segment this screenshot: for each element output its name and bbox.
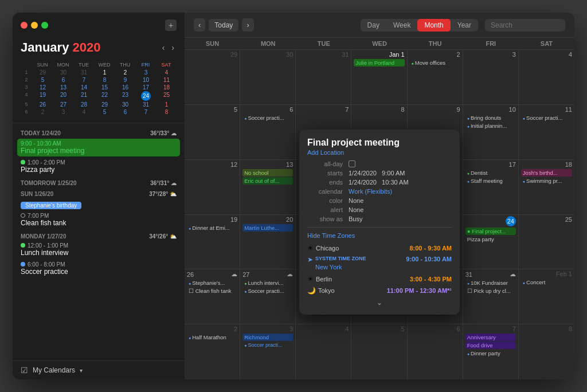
cell-feb2[interactable]: 2 Half Marathon	[185, 324, 240, 379]
event-detail-popup[interactable]: Final project meeting Add Location all-d…	[299, 130, 460, 315]
event-final-project-cal[interactable]: ● Final project...	[465, 228, 516, 235]
event-richmond[interactable]: Richmond	[242, 334, 293, 341]
event-lunch-interview[interactable]: 12:00 - 1:00 PM Lunch interview	[17, 241, 180, 258]
popup-color-row: color None	[307, 197, 452, 204]
next-month-button[interactable]: ›	[169, 42, 177, 53]
cell-feb6[interactable]: 6	[408, 324, 463, 379]
stephanie-birthday[interactable]: Stephanie's birthday	[17, 198, 180, 211]
cell-dec30[interactable]: 30	[240, 50, 296, 104]
cell-feb3[interactable]: 3 Richmond Soccer practi...	[240, 324, 296, 379]
cell-jan11[interactable]: 11 Soccer practi...	[519, 105, 574, 159]
month-nav[interactable]: ‹ ›	[160, 42, 177, 53]
cell-jan2[interactable]: 2 Move offices	[408, 50, 463, 104]
event-dinner-emi[interactable]: Dinner at Emi...	[187, 224, 237, 232]
close-button[interactable]	[21, 22, 28, 29]
cell-jan20[interactable]: 20 Martin Luthe...	[240, 215, 296, 269]
event-half-marathon[interactable]: Half Marathon	[187, 334, 237, 341]
cell-jan4[interactable]: 4	[519, 50, 574, 104]
event-bring-donuts[interactable]: Bring donuts	[465, 114, 516, 121]
view-switcher: Day Week Month Year	[361, 19, 478, 32]
cell-jan3[interactable]: 3	[463, 50, 519, 104]
cell-jan10[interactable]: 10 Bring donuts Initial plannin...	[463, 105, 519, 159]
month-view-button[interactable]: Month	[417, 19, 450, 32]
event-soccer-practi-6[interactable]: Soccer practi...	[242, 342, 293, 348]
cell-feb8[interactable]: 8	[519, 324, 574, 379]
location-icon: ➤	[307, 256, 313, 264]
event-final-project[interactable]: 9:00 - 10:30 AM Final project meeting	[17, 139, 180, 156]
cell-jan25[interactable]: 25	[519, 215, 574, 269]
popup-divider	[307, 227, 452, 228]
event-swimming[interactable]: Swimming pr...	[521, 177, 572, 185]
add-event-button[interactable]: +	[165, 19, 177, 31]
event-pizza-party-cal[interactable]: Pizza party	[465, 236, 516, 243]
cell-jan19[interactable]: 19 Dinner at Emi...	[185, 215, 240, 269]
allday-checkbox[interactable]	[349, 160, 355, 167]
cell-dec31[interactable]: 31	[296, 50, 351, 104]
cell-jan12[interactable]: 12	[185, 160, 240, 214]
event-joshbirthday[interactable]: Josh's birthd...	[521, 169, 572, 177]
event-initial-planning[interactable]: Initial plannin...	[465, 122, 516, 130]
minimize-button[interactable]	[31, 22, 38, 29]
prev-month-button[interactable]: ‹	[160, 42, 167, 53]
cell-jan6[interactable]: 6 Soccer practi...	[240, 105, 296, 159]
event-dentist[interactable]: Dentist	[465, 169, 516, 177]
popup-location[interactable]: Add Location	[307, 149, 452, 156]
cell-jan5[interactable]: 5	[185, 105, 240, 159]
event-pizza-party[interactable]: 1:00 - 2:00 PM Pizza party	[17, 158, 180, 175]
cell-feb7[interactable]: 7 Anniversary Food drive Dinner party	[463, 324, 519, 379]
cell-jan1[interactable]: Jan 1 Julie in Portland	[351, 50, 407, 104]
cell-jan27[interactable]: 27☁ Lunch intervi... Soccer practi...	[240, 269, 296, 324]
hide-timezones-button[interactable]: Hide Time Zones	[307, 232, 452, 239]
event-clean-fish-cal[interactable]: ☐ Clean fish tank	[187, 287, 237, 295]
cell-feb1[interactable]: Feb 1 Concert	[519, 269, 574, 324]
day-view-button[interactable]: Day	[361, 19, 386, 32]
cell-jan13[interactable]: 13 No school Eric out of of...	[240, 160, 296, 214]
scroll-down-button[interactable]: ⌄	[307, 299, 452, 307]
event-soccer-1[interactable]: Soccer practi...	[242, 114, 293, 121]
event-staff-meeting[interactable]: Staff meeting	[465, 177, 516, 185]
monday-section: MONDAY 1/27/20 34°/26° ⛅	[17, 230, 180, 241]
cell-jan31[interactable]: 31☁ 10K Fundraiser ☐ Pick up dry cl...	[463, 269, 519, 324]
year-view-button[interactable]: Year	[451, 19, 478, 32]
next-button[interactable]: ›	[242, 18, 253, 32]
event-eric-out[interactable]: Eric out of of...	[242, 177, 293, 185]
mini-cal-days-header: SUN MON TUE WED THU FRI SAT	[21, 62, 177, 68]
event-soccer-practice[interactable]: 6:00 - 8:00 PM Soccer practice	[17, 260, 180, 277]
today-button[interactable]: Today	[209, 19, 238, 32]
mini-cal-week-4: 4 19 20 21 22 23 24 25	[21, 91, 177, 101]
prev-button[interactable]: ‹	[194, 18, 205, 32]
event-clean-fish[interactable]: 7:00 PM Clean fish tank	[17, 211, 180, 229]
today-weather: 36°/33° ☁	[150, 130, 177, 136]
event-no-school[interactable]: No school	[242, 169, 293, 177]
week-view-button[interactable]: Week	[386, 19, 417, 32]
event-pickup-dry[interactable]: ☐ Pick up dry cl...	[465, 287, 516, 295]
event-move-offices[interactable]: Move offices	[410, 59, 460, 66]
cell-jan18[interactable]: 18 Josh's birthd... Swimming pr...	[519, 160, 574, 214]
cell-feb5[interactable]: 5	[351, 324, 407, 379]
traffic-lights	[21, 22, 48, 29]
cell-jan24[interactable]: 24 ● Final project... Pizza party	[463, 215, 519, 269]
event-martin-luther[interactable]: Martin Luthe...	[242, 224, 293, 232]
search-input[interactable]	[485, 19, 565, 32]
cell-jan17[interactable]: 17 Dentist Staff meeting	[463, 160, 519, 214]
event-10k-fundraiser[interactable]: 10K Fundraiser	[465, 279, 516, 287]
event-lunch-interview-cal[interactable]: Lunch intervi...	[242, 279, 293, 287]
event-julie-portland[interactable]: Julie in Portland	[354, 59, 404, 66]
maximize-button[interactable]	[41, 22, 48, 29]
event-stephanies[interactable]: Stephanie's...	[187, 279, 237, 287]
cell-dec29[interactable]: 29	[185, 50, 240, 104]
popup-starts-row: starts 1/24/2020 9:00 AM	[307, 170, 452, 177]
event-food-drive[interactable]: Food drive	[465, 342, 516, 349]
today-section-header: TODAY 1/24/20 36°/33° ☁	[13, 128, 185, 139]
moon-icon: 🌙	[307, 287, 316, 295]
calendars-icon: ☑	[21, 366, 28, 375]
cell-jan26[interactable]: 26☁ Stephanie's... ☐ Clean fish tank	[185, 269, 240, 324]
cell-feb4[interactable]: 4	[296, 324, 351, 379]
tomorrow-section: TOMORROW 1/25/20 36°/31° ☁	[17, 177, 180, 187]
event-soccer-3[interactable]: Soccer practi...	[242, 287, 293, 295]
event-soccer-2[interactable]: Soccer practi...	[521, 114, 572, 121]
mini-cal-week-2: 2 5 6 7 8 9 10 11	[21, 76, 177, 84]
event-dinner-party[interactable]: Dinner party	[465, 350, 516, 357]
event-anniversary[interactable]: Anniversary	[465, 334, 516, 341]
event-concert[interactable]: Concert	[521, 279, 572, 286]
